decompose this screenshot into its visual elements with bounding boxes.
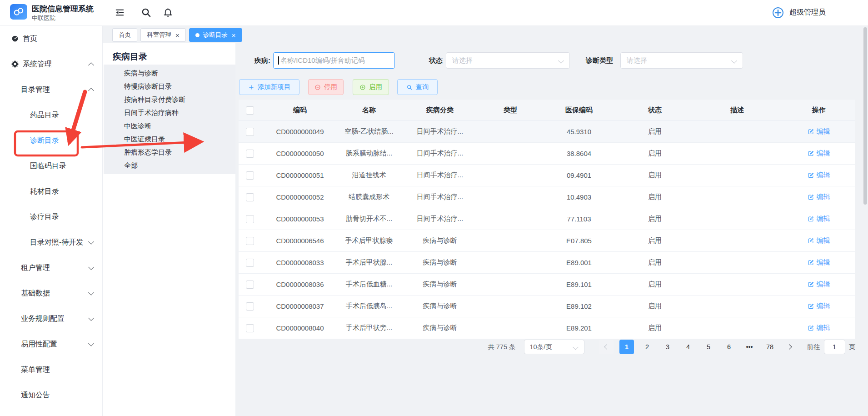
search-icon[interactable] [141,7,151,18]
disable-button[interactable]: 停用 [308,79,344,95]
sidebar-item-label: 首页 [23,34,37,44]
page-button[interactable]: 78 [763,340,777,354]
name-cell: 空肠-乙状结肠... [339,121,399,143]
status-select-placeholder: 请选择 [452,53,473,68]
disease-search-input[interactable]: 名称/ICD10编码/拼音助记码 [273,52,395,69]
category-cell: 疾病与诊断 [399,317,480,339]
sidebar-item[interactable]: 租户管理 [0,255,102,281]
edit-button[interactable]: 编辑 [808,324,830,332]
current-user-name[interactable]: 超级管理员 [789,8,826,17]
submenu-item[interactable]: 全部 [104,159,235,172]
insurance-code-cell: 45.9310 [540,121,618,143]
page-button[interactable]: 3 [660,340,675,354]
column-header: 操作 [782,100,855,121]
status-cell: 启用 [618,208,692,230]
page-size-select[interactable]: 10条/页 [524,340,584,354]
edit-button[interactable]: 编辑 [808,193,830,201]
action-cell: 编辑 [782,186,855,208]
sidebar-item[interactable]: 诊断目录 [0,128,102,153]
edit-button[interactable]: 编辑 [808,215,830,223]
code-cell: CD0000000053 [261,208,339,230]
submenu-item[interactable]: 肿瘤形态学目录 [104,145,235,159]
collapse-sidebar-icon[interactable] [115,7,125,18]
select-all-checkbox[interactable] [246,106,254,115]
sidebar-item[interactable]: 国临码目录 [0,153,102,179]
edit-button[interactable]: 编辑 [808,127,830,136]
submenu-item[interactable]: 日间手术治疗病种 [104,106,235,119]
sidebar-item-label: 诊断目录 [30,136,59,145]
page-button[interactable]: 1 [619,340,634,354]
tab[interactable]: 首页 [112,28,137,42]
chevron-down-icon [88,264,94,270]
row-checkbox[interactable] [246,302,254,311]
description-cell [692,186,782,208]
row-checkbox[interactable] [246,215,254,223]
edit-button[interactable]: 编辑 [808,171,830,180]
row-checkbox[interactable] [246,324,254,332]
sidebar-item[interactable]: 药品目录 [0,102,102,128]
row-checkbox[interactable] [246,259,254,267]
sidebar-item[interactable]: 基础数据 [0,281,102,306]
page-button[interactable]: 2 [640,340,654,354]
tab-label: 诊断目录 [203,31,228,39]
next-page-button[interactable] [783,340,798,354]
tab[interactable]: 诊断目录× [189,28,242,42]
edit-button[interactable]: 编辑 [808,236,830,245]
submenu-item[interactable]: 疾病与诊断 [104,66,235,80]
sidebar-item[interactable]: 业务规则配置 [0,306,102,331]
row-checkbox[interactable] [246,193,254,201]
vertical-scrollbar[interactable] [863,27,867,205]
submenu-item[interactable]: 中医证候目录 [104,132,235,145]
name-cell: 肠系膜动脉结... [339,143,399,165]
code-cell: CD0000000050 [261,143,339,165]
row-checkbox[interactable] [246,171,254,180]
sidebar-item-label: 业务规则配置 [21,314,65,324]
sidebar-item[interactable]: 首页 [0,26,102,51]
admin-badge-icon[interactable] [772,6,784,19]
sidebar-item[interactable]: 系统管理 [0,51,102,77]
edit-button[interactable]: 编辑 [808,280,830,289]
submenu-item[interactable]: 中医诊断 [104,119,235,132]
sidebar-item[interactable]: 通知公告 [0,382,102,408]
enable-button[interactable]: 启用 [353,79,389,95]
sidebar-item[interactable]: 目录管理 [0,77,102,102]
page-button[interactable]: 5 [701,340,716,354]
edit-button[interactable]: 编辑 [808,258,830,267]
edit-button[interactable]: 编辑 [808,149,830,158]
diagnosis-type-select[interactable]: 请选择 [620,52,743,69]
tab[interactable]: 科室管理× [140,28,186,42]
close-icon[interactable]: × [232,32,236,39]
sidebar-item[interactable]: 耗材目录 [0,179,102,204]
sidebar-item[interactable]: 菜单管理 [0,357,102,382]
bell-icon[interactable] [163,7,173,18]
prev-page-button[interactable] [599,340,614,354]
query-button[interactable]: 查询 [397,79,438,95]
row-select-cell [239,296,261,317]
sidebar-item[interactable]: 诊疗目录 [0,204,102,230]
sidebar-item[interactable]: 易用性配置 [0,331,102,357]
category-cell: 日间手术治疗... [399,143,480,165]
row-select-cell [239,165,261,186]
edit-icon [808,237,814,244]
status-cell: 启用 [618,121,692,143]
chevron-down-icon [573,344,579,350]
submenu-item[interactable]: 按病种目录付费诊断 [104,93,235,106]
page-button[interactable]: 6 [722,340,736,354]
close-icon[interactable]: × [175,32,180,39]
row-checkbox[interactable] [246,237,254,245]
sidebar-item[interactable]: 目录对照-待开发 [0,230,102,255]
edit-button[interactable]: 编辑 [808,302,830,311]
submenu-item[interactable]: 特慢病诊断目录 [104,80,235,93]
name-cell: 手术后低血糖... [339,274,399,296]
row-checkbox[interactable] [246,281,254,289]
add-item-button[interactable]: 添加新项目 [239,79,299,95]
goto-page-input[interactable]: 1 [824,340,845,354]
status-select[interactable]: 请选择 [446,52,570,69]
row-checkbox[interactable] [246,128,254,136]
row-checkbox[interactable] [246,150,254,158]
page-button[interactable]: 4 [681,340,695,354]
edit-icon [808,150,814,157]
pager-more-button[interactable]: ••• [742,340,757,354]
status-cell: 启用 [618,143,692,165]
row-select-cell [239,274,261,296]
